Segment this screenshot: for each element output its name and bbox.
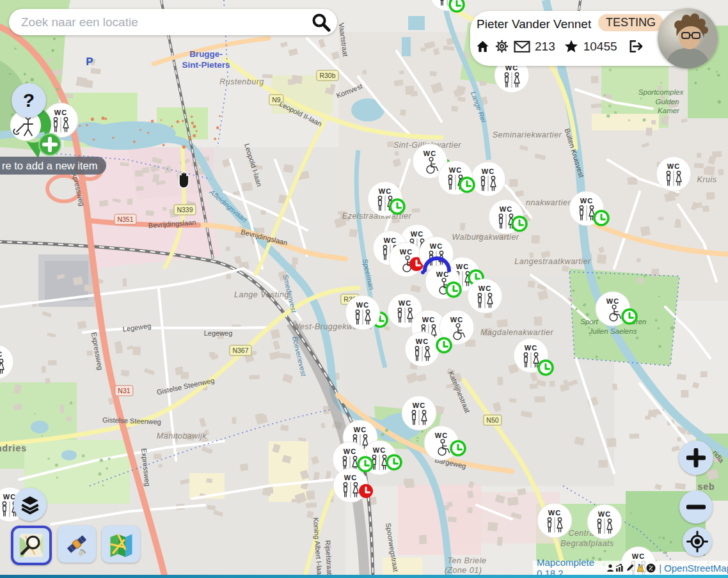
mail-icon[interactable] [514,40,530,53]
svg-text:WC: WC [500,205,512,213]
svg-text:WC: WC [416,338,429,345]
message-count: 213 [535,40,555,54]
svg-text:WC: WC [606,297,619,305]
geolocate-icon [686,531,708,552]
home-icon[interactable] [475,39,490,54]
style-satellite-button[interactable] [58,526,96,563]
zoom-out-icon [686,497,706,517]
wc-marker-wheelchair[interactable]: WC [403,405,480,481]
theme-icon [636,563,645,572]
wc-marker[interactable]: WC [493,317,569,394]
testing-badge: TESTING [598,14,663,31]
gear-icon[interactable] [495,39,509,54]
anonymous-icon[interactable] [646,563,656,573]
user-name: Pieter Vander Vennet [477,17,591,31]
help-button[interactable]: ? [12,83,46,118]
osm-map-icon [17,531,45,559]
zoom-in-button[interactable] [679,441,713,475]
user-icon[interactable] [606,564,614,572]
attribution-separator: | [659,563,661,574]
wc-marker[interactable]: WC [548,170,625,247]
logout-icon[interactable] [627,39,644,54]
layers-icon [19,493,42,516]
svg-text:WC: WC [449,166,462,174]
bottom-accent-bar [0,575,728,578]
wc-marker-wheelchair[interactable]: WC [574,270,651,347]
zoom-in-icon [686,448,706,467]
svg-text:WC: WC [435,432,448,439]
svg-text:WC: WC [667,162,680,170]
search-icon[interactable] [310,12,332,33]
background-style-switcher [11,526,140,565]
map-viewport[interactable]: PBrugge-Sint-PietersRustenburgN9R30bKomv… [0,0,728,578]
svg-text:WC: WC [598,510,611,518]
svg-text:WC: WC [580,197,593,205]
svg-text:WC: WC [379,187,392,195]
satellite-icon [62,530,91,558]
search-input[interactable] [20,15,310,30]
wc-marker[interactable]: WC [0,324,35,400]
osm-attribution-link[interactable]: OpenStreetMap [664,563,728,574]
svg-text:WC: WC [344,474,357,481]
wc-marker[interactable]: WC [635,136,712,212]
style-osm-carto-button[interactable] [11,526,52,565]
user-avatar[interactable] [658,8,718,68]
attribution-bar: Mapcomplete 0.18.2 | OpenStreetMap [533,561,728,575]
star-icon [564,39,579,54]
stats-icon[interactable] [615,564,624,572]
layers-button[interactable] [13,488,47,521]
svg-text:WC: WC [548,509,561,517]
folded-map-icon [106,530,136,558]
geolocate-button[interactable] [683,527,712,556]
zoom-out-button[interactable] [679,490,713,524]
svg-text:WC: WC [0,350,3,358]
style-map-button[interactable] [102,526,140,563]
hand-cursor-icon [171,168,197,193]
wc-marker[interactable]: WC [312,447,389,524]
pencil-icon[interactable] [626,563,635,572]
blue-dot-overlay [404,253,442,292]
svg-text:WC: WC [525,344,537,352]
search-bar[interactable] [9,9,337,35]
changeset-count: 10455 [583,40,617,54]
map-markers-layer: WC WC WC WC WC WC WC WC WC WC [0,0,728,578]
add-item-tooltip: re to add a new item [0,157,106,175]
svg-text:WC: WC [632,552,645,560]
help-question-mark: ? [23,90,35,111]
